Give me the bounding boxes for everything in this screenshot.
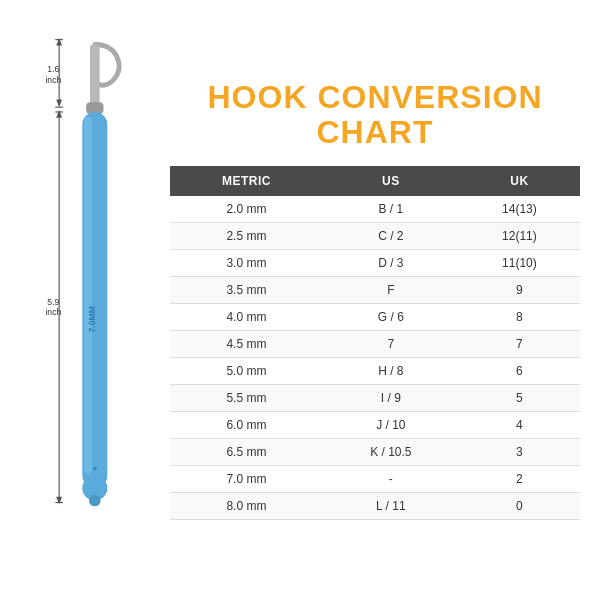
svg-marker-8	[56, 110, 62, 118]
cell-9-2: 3	[459, 439, 580, 466]
table-row: 3.0 mmD / 311(10)	[170, 250, 580, 277]
svg-text:1.6: 1.6	[47, 64, 59, 74]
cell-8-0: 6.0 mm	[170, 412, 323, 439]
hook-svg: 1.6 inch 5.9 inch	[30, 30, 150, 570]
table-row: 3.5 mmF9	[170, 277, 580, 304]
table-row: 4.5 mm77	[170, 331, 580, 358]
cell-5-2: 7	[459, 331, 580, 358]
cell-1-0: 2.5 mm	[170, 223, 323, 250]
col-us: US	[323, 166, 459, 196]
cell-5-1: 7	[323, 331, 459, 358]
table-row: 5.5 mmI / 95	[170, 385, 580, 412]
col-uk: UK	[459, 166, 580, 196]
table-row: 6.5 mmK / 10.53	[170, 439, 580, 466]
table-row: 2.0 mmB / 114(13)	[170, 196, 580, 223]
cell-10-1: -	[323, 466, 459, 493]
cell-8-1: J / 10	[323, 412, 459, 439]
cell-6-0: 5.0 mm	[170, 358, 323, 385]
table-row: 2.5 mmC / 212(11)	[170, 223, 580, 250]
title-line2: CHART	[317, 114, 434, 150]
col-metric: METRIC	[170, 166, 323, 196]
cell-3-0: 3.5 mm	[170, 277, 323, 304]
title-line1: HOOK CONVERSION	[207, 79, 542, 115]
cell-6-1: H / 8	[323, 358, 459, 385]
cell-2-0: 3.0 mm	[170, 250, 323, 277]
cell-6-2: 6	[459, 358, 580, 385]
cell-7-0: 5.5 mm	[170, 385, 323, 412]
cell-2-2: 11(10)	[459, 250, 580, 277]
cell-11-0: 8.0 mm	[170, 493, 323, 520]
cell-5-0: 4.5 mm	[170, 331, 323, 358]
svg-marker-2	[56, 99, 62, 107]
conversion-table: METRIC US UK 2.0 mmB / 114(13)2.5 mmC / …	[170, 166, 580, 520]
cell-11-2: 0	[459, 493, 580, 520]
chart-section: HOOK CONVERSION CHART METRIC US UK 2.0 m…	[170, 80, 580, 520]
table-header-row: METRIC US UK	[170, 166, 580, 196]
hook-illustration: 1.6 inch 5.9 inch	[20, 30, 160, 570]
cell-1-1: C / 2	[323, 223, 459, 250]
svg-text:inch: inch	[45, 307, 61, 317]
svg-point-19	[89, 495, 101, 507]
cell-9-0: 6.5 mm	[170, 439, 323, 466]
cell-0-2: 14(13)	[459, 196, 580, 223]
svg-marker-1	[56, 38, 62, 46]
svg-text:5.9: 5.9	[47, 297, 59, 307]
cell-4-0: 4.0 mm	[170, 304, 323, 331]
svg-rect-17	[84, 117, 92, 474]
svg-rect-14	[90, 44, 100, 107]
svg-text:7.0MM: 7.0MM	[87, 306, 97, 332]
cell-10-0: 7.0 mm	[170, 466, 323, 493]
cell-7-2: 5	[459, 385, 580, 412]
cell-1-2: 12(11)	[459, 223, 580, 250]
cell-8-2: 4	[459, 412, 580, 439]
table-row: 4.0 mmG / 68	[170, 304, 580, 331]
cell-11-1: L / 11	[323, 493, 459, 520]
cell-4-1: G / 6	[323, 304, 459, 331]
table-row: 5.0 mmH / 86	[170, 358, 580, 385]
svg-marker-9	[56, 497, 62, 505]
table-row: 6.0 mmJ / 104	[170, 412, 580, 439]
table-row: 8.0 mmL / 110	[170, 493, 580, 520]
svg-point-21	[93, 467, 97, 471]
cell-9-1: K / 10.5	[323, 439, 459, 466]
main-container: 1.6 inch 5.9 inch	[10, 10, 590, 590]
cell-0-1: B / 1	[323, 196, 459, 223]
cell-0-0: 2.0 mm	[170, 196, 323, 223]
cell-10-2: 2	[459, 466, 580, 493]
chart-title: HOOK CONVERSION CHART	[207, 80, 542, 150]
cell-7-1: I / 9	[323, 385, 459, 412]
cell-3-2: 9	[459, 277, 580, 304]
cell-2-1: D / 3	[323, 250, 459, 277]
cell-3-1: F	[323, 277, 459, 304]
svg-text:inch: inch	[45, 75, 61, 85]
table-row: 7.0 mm-2	[170, 466, 580, 493]
cell-4-2: 8	[459, 304, 580, 331]
